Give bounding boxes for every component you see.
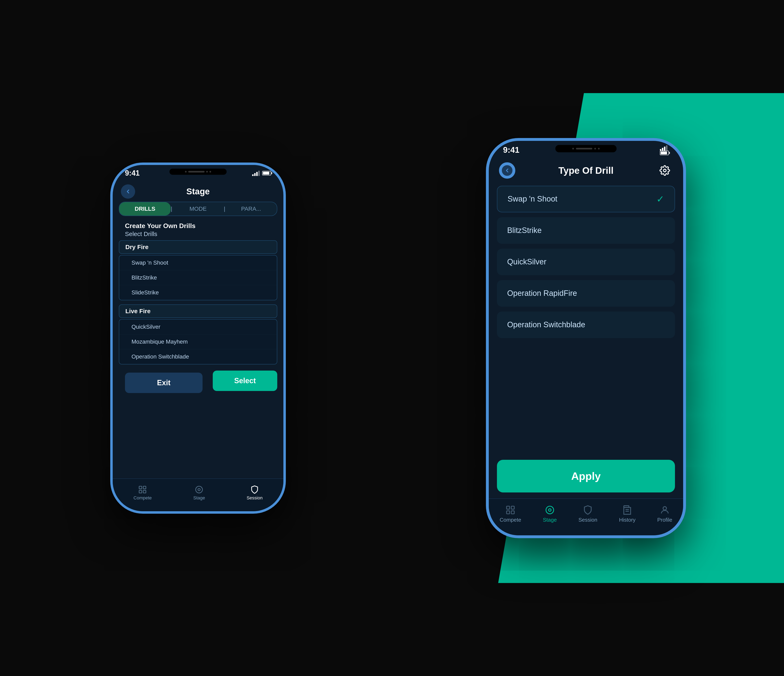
front-nav-session-label: Session	[579, 517, 597, 523]
battery-icon	[262, 171, 271, 176]
list-item-blitzstrike[interactable]: BlitzStrike	[119, 270, 277, 285]
list-item-op-switchblade[interactable]: Operation Switchblade	[119, 349, 277, 364]
svg-point-16	[663, 507, 667, 510]
list-item-quicksilver[interactable]: QuickSilver	[119, 320, 277, 334]
dry-fire-header: Dry Fire	[119, 240, 277, 254]
front-battery-icon	[660, 151, 669, 155]
nav-compete-label: Compete	[134, 495, 152, 500]
front-nav-profile-label: Profile	[657, 517, 672, 523]
drill-name-blitzstrike: BlitzStrike	[507, 226, 542, 235]
bottom-actions: Exit Select	[119, 371, 277, 395]
back-phone-content: DRILLS | MODE | PARA... Create Your Own …	[113, 202, 283, 499]
svg-rect-1	[143, 486, 146, 489]
fbar2	[662, 148, 663, 151]
back-phone-header: Stage	[113, 181, 283, 202]
fbar4	[666, 145, 667, 151]
front-nav-stage-label: Stage	[543, 517, 557, 523]
fbar1	[660, 149, 661, 151]
create-label: Create Your Own Drills	[113, 220, 283, 230]
nav-stage-label: Stage	[193, 495, 205, 500]
list-item-mozambique[interactable]: Mozambique Mayhem	[119, 334, 277, 349]
tab-para[interactable]: PARA...	[226, 202, 277, 216]
bar1	[252, 174, 254, 176]
signal-bars	[252, 170, 260, 176]
front-nav-profile[interactable]: Profile	[657, 505, 672, 523]
drill-option-switchblade[interactable]: Operation Switchblade	[497, 312, 675, 338]
front-nav-history-label: History	[619, 517, 636, 523]
drill-option-blitzstrike[interactable]: BlitzStrike	[497, 217, 675, 244]
front-phone-bottom-nav: Compete Stage Session	[489, 499, 683, 535]
front-nav-session[interactable]: Session	[579, 505, 597, 523]
front-back-button[interactable]	[499, 162, 515, 179]
front-phone-content: Swap 'n Shoot ✓ BlitzStrike QuickSilver …	[489, 182, 683, 499]
drill-list: Swap 'n Shoot ✓ BlitzStrike QuickSilver …	[489, 182, 683, 452]
drill-name-swap-shoot: Swap 'n Shoot	[507, 194, 557, 204]
svg-rect-10	[511, 511, 514, 514]
dot-f3	[598, 148, 600, 149]
svg-rect-9	[507, 511, 510, 514]
svg-rect-3	[143, 490, 146, 493]
settings-button[interactable]	[656, 162, 673, 179]
front-signal-bars	[660, 145, 669, 151]
drill-option-swap-shoot[interactable]: Swap 'n Shoot ✓	[497, 186, 675, 212]
select-button[interactable]: Select	[213, 371, 277, 391]
nav-session-label: Session	[247, 495, 263, 500]
pill-bar	[188, 171, 205, 172]
drill-option-rapidfire[interactable]: Operation RapidFire	[497, 280, 675, 307]
front-battery-fill	[661, 151, 667, 154]
svg-point-6	[664, 169, 666, 172]
tab-drills[interactable]: DRILLS	[119, 202, 171, 216]
nav-stage[interactable]: Stage	[193, 485, 205, 500]
pill-bar-f	[576, 148, 592, 149]
apply-button[interactable]: Apply	[497, 460, 675, 493]
bar3	[256, 172, 258, 176]
drill-option-quicksilver[interactable]: QuickSilver	[497, 249, 675, 275]
front-nav-compete[interactable]: Compete	[499, 505, 521, 523]
front-phone: 9:41	[486, 138, 686, 538]
back-phone-status-right	[252, 170, 271, 176]
list-item-swap-shoot[interactable]: Swap 'n Shoot	[119, 255, 277, 270]
front-phone-time: 9:41	[503, 145, 520, 155]
scene-container: 9:41	[65, 32, 719, 644]
svg-rect-2	[139, 490, 142, 493]
select-label: Select Drills	[113, 230, 283, 240]
front-phone-status-bar: 9:41	[489, 141, 683, 159]
back-phone-title: Stage	[187, 186, 210, 196]
front-nav-compete-label: Compete	[499, 517, 521, 523]
live-fire-header: Live Fire	[119, 305, 277, 318]
live-fire-list: QuickSilver Mozambique Mayhem Operation …	[119, 319, 277, 364]
svg-point-12	[549, 508, 551, 511]
dot-f1	[572, 148, 574, 149]
back-phone-time: 9:41	[125, 169, 140, 177]
back-phone: 9:41	[110, 163, 286, 514]
apply-section: Apply	[489, 452, 683, 499]
checkmark-swap-shoot: ✓	[656, 194, 664, 205]
tab-mode[interactable]: MODE	[172, 202, 224, 216]
battery-fill	[263, 172, 269, 174]
nav-compete[interactable]: Compete	[134, 485, 152, 500]
tab-pills: DRILLS | MODE | PARA...	[119, 202, 277, 216]
svg-point-4	[196, 486, 202, 493]
dot3	[210, 171, 211, 172]
front-phone-notch	[555, 145, 617, 152]
bar4	[258, 171, 260, 176]
fbar3	[664, 147, 666, 151]
back-phone-bottom-nav: Compete Stage Session	[113, 479, 283, 511]
dot2	[206, 171, 208, 172]
svg-rect-0	[139, 486, 142, 489]
exit-button[interactable]: Exit	[125, 373, 202, 393]
nav-session[interactable]: Session	[247, 485, 263, 500]
drill-name-rapidfire: Operation RapidFire	[507, 289, 577, 298]
list-item-slidestrike[interactable]: SlideStrike	[119, 285, 277, 300]
back-button[interactable]	[121, 184, 135, 199]
svg-rect-7	[507, 506, 510, 509]
bar2	[254, 173, 256, 176]
front-phone-status-right	[660, 145, 669, 155]
back-phone-notch	[170, 169, 227, 175]
svg-point-11	[546, 506, 554, 514]
svg-point-5	[198, 489, 200, 491]
front-nav-history[interactable]: History	[619, 505, 636, 523]
front-nav-stage[interactable]: Stage	[543, 505, 557, 523]
back-phone-status-bar: 9:41	[113, 165, 283, 181]
dot-f2	[594, 148, 596, 149]
